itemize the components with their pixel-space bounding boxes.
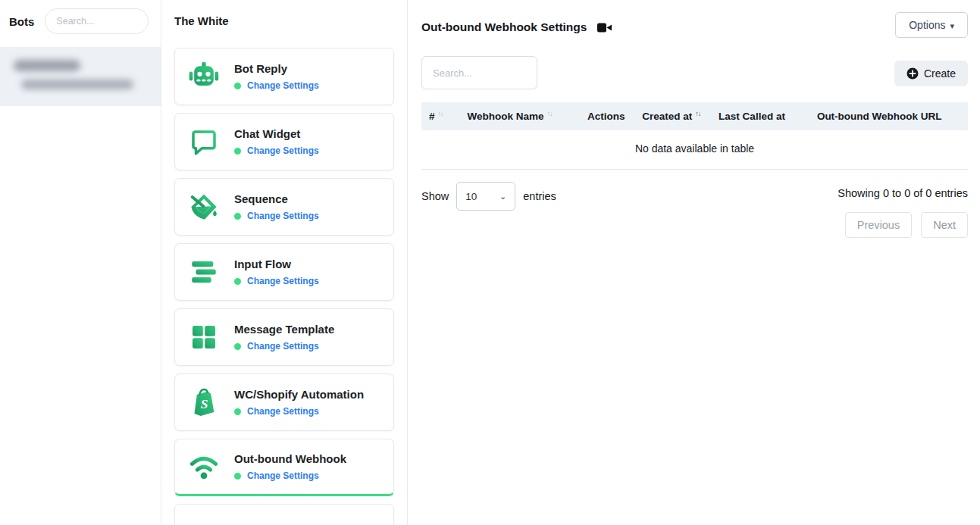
table-toolbar: Create bbox=[421, 56, 968, 89]
empty-row: No data available in table bbox=[421, 130, 968, 170]
card-input-flow[interactable]: Input Flow Change Settings bbox=[174, 243, 394, 301]
bots-search-input[interactable] bbox=[45, 8, 149, 34]
change-settings-link[interactable]: Change Settings bbox=[247, 80, 319, 91]
card-partial-cutoff[interactable] bbox=[174, 504, 394, 525]
change-settings-link[interactable]: Change Settings bbox=[247, 406, 319, 417]
card-chat-widget[interactable]: Chat Widget Change Settings bbox=[174, 113, 394, 170]
sort-icon[interactable]: ↑↓ bbox=[547, 110, 553, 117]
page-size-select[interactable]: 10 ⌄ bbox=[456, 182, 515, 211]
shopify-icon: S bbox=[186, 385, 221, 420]
options-button[interactable]: Options▾ bbox=[895, 12, 968, 38]
sidebar-header: Bots bbox=[0, 0, 161, 34]
card-label: Input Flow bbox=[234, 258, 319, 270]
table-footer: Show 10 ⌄ entries Showing 0 to 0 of 0 en… bbox=[421, 182, 968, 238]
entries-label: entries bbox=[523, 190, 556, 202]
settings-card-list: Bot Reply Change Settings Chat Widget Ch… bbox=[174, 48, 394, 525]
bot-name-redacted bbox=[14, 60, 80, 71]
chat-bubble-icon bbox=[186, 124, 221, 159]
status-dot bbox=[234, 83, 241, 89]
status-dot bbox=[234, 408, 241, 415]
webhooks-table: #↑↓ Webhook Name↑↓ Actions Created at↑↓ … bbox=[421, 102, 968, 170]
robot-icon bbox=[186, 59, 221, 94]
chevron-down-icon: ⌄ bbox=[499, 192, 506, 202]
card-label: Out-bound Webhook bbox=[234, 452, 346, 465]
table-search-input[interactable] bbox=[421, 56, 537, 89]
page-title: Out-bound Webhook Settings bbox=[421, 20, 587, 34]
svg-text:S: S bbox=[201, 396, 208, 411]
pagination: Previous Next bbox=[845, 212, 968, 238]
bars-icon bbox=[186, 255, 221, 289]
sort-icon[interactable]: ↑↓ bbox=[695, 110, 700, 117]
col-last-called-at[interactable]: Last Called at bbox=[711, 102, 809, 130]
card-wc-shopify[interactable]: S WC/Shopify Automation Change Settings bbox=[174, 373, 394, 431]
plus-circle-icon bbox=[906, 67, 919, 80]
card-message-template[interactable]: Message Template Change Settings bbox=[174, 308, 394, 366]
next-button[interactable]: Next bbox=[921, 212, 968, 238]
bot-panel-title: The White bbox=[174, 14, 394, 27]
col-webhook-url[interactable]: Out-bound Webhook URL bbox=[809, 102, 968, 130]
caret-down-icon: ▾ bbox=[950, 21, 954, 30]
status-dot bbox=[234, 473, 241, 480]
webhook-settings-panel: Out-bound Webhook Settings Options▾ bbox=[408, 0, 980, 525]
card-label: Chat Widget bbox=[234, 127, 319, 140]
bots-sidebar: Bots bbox=[0, 0, 161, 525]
card-label: Message Template bbox=[234, 323, 334, 336]
bot-settings-panel: The White Bot Reply bbox=[161, 0, 408, 525]
change-settings-link[interactable]: Change Settings bbox=[247, 276, 319, 286]
entries-summary: Showing 0 to 0 of 0 entries bbox=[838, 187, 968, 199]
wifi-icon bbox=[186, 449, 221, 484]
col-actions[interactable]: Actions bbox=[580, 102, 634, 130]
change-settings-link[interactable]: Change Settings bbox=[247, 470, 319, 481]
change-settings-link[interactable]: Change Settings bbox=[247, 145, 319, 156]
col-webhook-name[interactable]: Webhook Name↑↓ bbox=[459, 102, 580, 130]
card-label: Sequence bbox=[234, 192, 319, 205]
card-sequence[interactable]: Sequence Change Settings bbox=[174, 178, 394, 236]
card-bot-reply[interactable]: Bot Reply Change Settings bbox=[174, 48, 394, 105]
status-dot bbox=[234, 148, 241, 155]
col-created-at[interactable]: Created at↑↓ bbox=[634, 102, 711, 130]
sidebar-title: Bots bbox=[9, 15, 34, 28]
status-dot bbox=[234, 278, 241, 285]
card-label: WC/Shopify Automation bbox=[234, 388, 364, 401]
empty-message: No data available in table bbox=[421, 130, 968, 170]
col-index[interactable]: #↑↓ bbox=[421, 102, 459, 130]
status-dot bbox=[234, 213, 241, 220]
show-label: Show bbox=[421, 190, 449, 202]
table-header-row: #↑↓ Webhook Name↑↓ Actions Created at↑↓ … bbox=[421, 102, 968, 130]
card-label: Bot Reply bbox=[234, 62, 319, 75]
main-header: Out-bound Webhook Settings Options▾ bbox=[421, 12, 968, 38]
card-out-bound-webhook[interactable]: Out-bound Webhook Change Settings bbox=[174, 439, 394, 496]
paint-bucket-icon bbox=[186, 189, 221, 224]
previous-button[interactable]: Previous bbox=[845, 212, 912, 238]
video-camera-icon[interactable] bbox=[597, 22, 612, 33]
status-dot bbox=[234, 343, 241, 350]
sort-icon[interactable]: ↑↓ bbox=[438, 110, 443, 117]
bot-list-item-selected[interactable] bbox=[0, 47, 161, 106]
change-settings-link[interactable]: Change Settings bbox=[247, 211, 319, 221]
grid-icon bbox=[186, 320, 221, 355]
change-settings-link[interactable]: Change Settings bbox=[247, 341, 319, 352]
bot-phone-redacted bbox=[21, 80, 133, 89]
app-window: Bots The White bbox=[0, 0, 980, 525]
create-button[interactable]: Create bbox=[894, 61, 968, 86]
